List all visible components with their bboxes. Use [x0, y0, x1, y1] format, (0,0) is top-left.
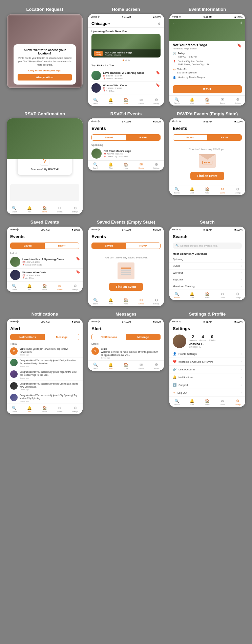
- notif-item-1[interactable]: V Vente invites you to join NewVenters. …: [7, 346, 83, 358]
- notif-item-2[interactable]: Congratulations! You successfully joined…: [7, 358, 83, 369]
- sr-nav-settings[interactable]: ⚙Settings: [230, 292, 245, 299]
- rc-nav-search[interactable]: 🔍Search: [7, 206, 22, 213]
- message-item-1[interactable]: V Vente Welcome to Vente! To make the mo…: [88, 346, 164, 361]
- se-nav-search[interactable]: 🔍Search: [7, 284, 22, 291]
- ei-nav-alert[interactable]: 🔔Alert: [185, 97, 200, 104]
- city-selector[interactable]: Chicago ▾: [91, 21, 110, 26]
- notif-item-5[interactable]: Congratulations! You successfully joined…: [7, 392, 83, 404]
- notif-item-4[interactable]: Congratulations! You successfully joined…: [7, 381, 83, 392]
- se-nav-settings[interactable]: ⚙Settings: [67, 284, 83, 291]
- mg-nav-settings[interactable]: ⚙Settings: [149, 363, 164, 369]
- saved-tab[interactable]: Saved: [92, 135, 126, 140]
- ree-nav-settings[interactable]: ⚙Settings: [230, 187, 245, 194]
- nt-nav-search[interactable]: 🔍Search: [7, 406, 22, 413]
- nt-nav-home[interactable]: 🏠Home: [37, 406, 52, 413]
- re-nav-home[interactable]: 🏠Home: [119, 162, 134, 169]
- re-nav-alert[interactable]: 🔔Alert: [103, 162, 119, 169]
- mg-nav-search[interactable]: 🔍Search: [88, 363, 103, 369]
- menu-interests[interactable]: ❤️Interests & Groups & RSVPs ›: [169, 358, 245, 366]
- st-nav-events[interactable]: ✉Events: [215, 399, 230, 406]
- sr-nav-alert[interactable]: 🔔Alert: [185, 292, 200, 299]
- search-item-4[interactable]: Big Data ›: [169, 276, 245, 283]
- notif-item-3[interactable]: Congratulations! You successfully joined…: [7, 369, 83, 381]
- menu-notifications[interactable]: 🔔Notifications ›: [169, 373, 245, 381]
- nav-search[interactable]: 🔍 Search: [88, 98, 103, 105]
- rsvp-button[interactable]: RSVP: [173, 85, 242, 93]
- nt-nav-settings[interactable]: ⚙Settings: [67, 406, 83, 413]
- search-item-5[interactable]: Marathon Training ›: [169, 283, 245, 290]
- menu-support[interactable]: ℹ️Support ›: [169, 381, 245, 389]
- pick-item-1[interactable]: Love Handles: A Spinning Class ⏰1:30PM -…: [91, 69, 161, 82]
- re-nav-settings[interactable]: ⚙Settings: [149, 162, 164, 169]
- ree-nav-events[interactable]: ✉Events: [215, 187, 230, 194]
- st-nav-alert[interactable]: 🔔Alert: [185, 399, 200, 406]
- always-allow-btn[interactable]: Always Allow: [18, 74, 72, 80]
- saved-event-2[interactable]: Women Who Code ⏰5:15PM-7:30PM 📍A+ Office…: [7, 269, 83, 282]
- see-nav-search[interactable]: 🔍Search: [88, 298, 103, 305]
- pick-item-2[interactable]: Women Who Code ⏰5:30PM - 7:30PM 📍A+ Offi…: [91, 82, 161, 94]
- se-nav-events[interactable]: ✉Events: [52, 284, 67, 291]
- mg-nav-alert[interactable]: 🔔Alert: [103, 363, 119, 369]
- ei-nav-search[interactable]: 🔍Search: [169, 97, 185, 104]
- sr-nav-search[interactable]: 🔍Search: [169, 292, 185, 299]
- ei-nav-events[interactable]: ✉Events: [215, 97, 230, 104]
- rsvpd-empty-rsvp-tab[interactable]: RSVP: [207, 135, 241, 140]
- ree-nav-home[interactable]: 🏠Home: [200, 187, 215, 194]
- ei-nav-settings[interactable]: ⚙Settings: [230, 97, 245, 104]
- share-button[interactable]: ⬆: [240, 21, 243, 24]
- see-nav-home[interactable]: 🏠Home: [119, 298, 134, 305]
- mg-nav-home[interactable]: 🏠Home: [119, 363, 134, 369]
- search-input-bar[interactable]: 🔍 Search groups and events, etc.: [173, 243, 242, 249]
- saved-find-event-button[interactable]: Find an Event: [109, 283, 143, 291]
- re-nav-search[interactable]: 🔍Search: [88, 162, 103, 169]
- saved-empty-saved-tab[interactable]: Saved: [92, 243, 126, 249]
- message-tab[interactable]: Message: [45, 334, 79, 340]
- st-nav-search[interactable]: 🔍Search: [169, 399, 185, 406]
- menu-profile-settings[interactable]: 👤Profile Settings ›: [169, 350, 245, 358]
- se-nav-alert[interactable]: 🔔Alert: [22, 284, 37, 291]
- saved-bookmark-1[interactable]: 🔖: [76, 257, 80, 260]
- rc-nav-events[interactable]: ✉Events: [52, 206, 67, 213]
- search-item-3[interactable]: Workout ›: [169, 270, 245, 276]
- bookmark-icon-2[interactable]: 🔖: [156, 83, 160, 87]
- find-event-button[interactable]: Find an Event: [190, 172, 224, 180]
- se-nav-home[interactable]: 🏠Home: [37, 284, 52, 291]
- saved-tab-2[interactable]: Saved: [10, 243, 45, 249]
- mg-nav-events[interactable]: ✉Events: [133, 363, 149, 369]
- saved-empty-rsvp-tab[interactable]: RSVP: [126, 243, 160, 249]
- rsvp-tab-2[interactable]: RSVP: [45, 243, 79, 249]
- msg-notif-tab[interactable]: Notifications: [92, 334, 126, 340]
- re-nav-events[interactable]: ✉Events: [133, 162, 149, 169]
- search-item-1[interactable]: Spinning ›: [169, 256, 245, 263]
- see-nav-events[interactable]: ✉Events: [133, 298, 149, 305]
- nt-nav-events[interactable]: ✉Events: [52, 406, 67, 413]
- see-nav-settings[interactable]: ⚙Settings: [149, 298, 164, 305]
- st-nav-settings[interactable]: ⚙Settings: [230, 399, 245, 406]
- notifications-tab[interactable]: Notifications: [10, 334, 45, 340]
- nav-alert[interactable]: 🔔 Alert: [103, 98, 119, 105]
- nav-home[interactable]: 🏠 Home: [119, 98, 134, 105]
- nt-nav-alert[interactable]: 🔔Alert: [22, 406, 37, 413]
- sr-nav-events[interactable]: ✉Events: [215, 292, 230, 299]
- menu-logout[interactable]: ↪Log Out ›: [169, 389, 245, 397]
- hero-event-card[interactable]: DEC Today Not Your Mom's Yoga 7:30AM - 9…: [91, 34, 161, 58]
- rsvpd-empty-saved-tab[interactable]: Saved: [173, 135, 207, 140]
- nav-events[interactable]: ✉ Events: [133, 98, 149, 105]
- rc-nav-home[interactable]: 🏠Home: [37, 206, 52, 213]
- rc-nav-settings[interactable]: ⚙Settings: [67, 206, 83, 213]
- back-button[interactable]: ←: [172, 21, 176, 25]
- rc-nav-alert[interactable]: 🔔Alert: [22, 206, 37, 213]
- saved-bookmark-2[interactable]: 🔖: [76, 270, 80, 274]
- ree-nav-alert[interactable]: 🔔Alert: [185, 187, 200, 194]
- ei-nav-home[interactable]: 🏠Home: [200, 97, 215, 104]
- ree-nav-search[interactable]: 🔍Search: [169, 187, 185, 194]
- st-nav-home[interactable]: 🏠Home: [200, 399, 215, 406]
- search-item-2[interactable]: UI/UX ›: [169, 263, 245, 270]
- msg-message-tab[interactable]: Message: [126, 334, 160, 340]
- menu-link-accounts[interactable]: 🔗Link Accounts ›: [169, 366, 245, 373]
- nav-settings[interactable]: ⚙ Settings: [149, 98, 164, 105]
- saved-event-1[interactable]: Love Handles: A Spinning Class ⏰1:30PM-3…: [7, 255, 83, 269]
- while-using-btn[interactable]: Only While Using the App: [18, 69, 72, 72]
- see-nav-alert[interactable]: 🔔Alert: [103, 298, 119, 305]
- sr-nav-home[interactable]: 🏠Home: [200, 292, 215, 299]
